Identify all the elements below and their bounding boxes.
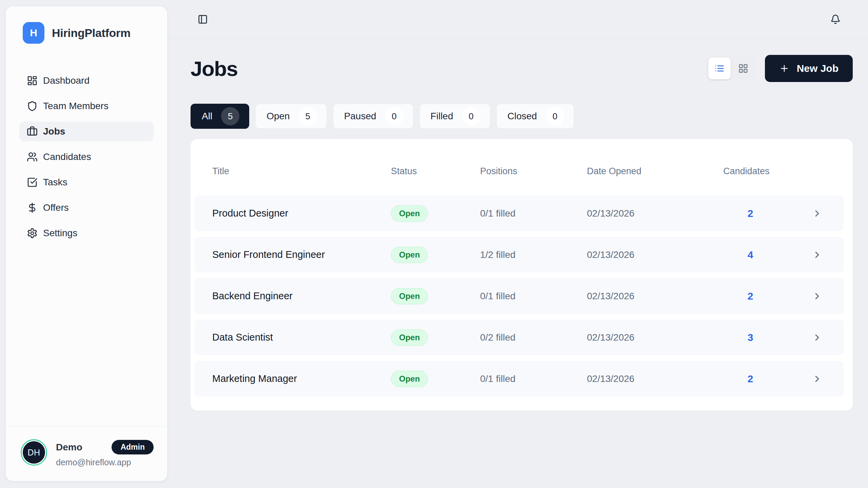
- status-filters: All 5 Open 5 Paused 0 Filled 0 Closed 0: [191, 104, 853, 129]
- column-header-positions: Positions: [480, 166, 587, 177]
- sidebar-item-label: Settings: [43, 228, 77, 239]
- sidebar-item-settings[interactable]: Settings: [19, 223, 154, 243]
- filter-open[interactable]: Open 5: [255, 104, 327, 129]
- plus-icon: [779, 63, 789, 74]
- job-title: Senior Frontend Engineer: [212, 249, 391, 260]
- filter-label: Filled: [431, 111, 453, 122]
- chevron-right-icon: [812, 291, 822, 301]
- filter-label: All: [202, 111, 212, 122]
- sidebar-item-label: Tasks: [43, 177, 67, 188]
- filter-closed[interactable]: Closed 0: [496, 104, 574, 129]
- filter-count-badge: 0: [546, 107, 564, 125]
- new-job-button[interactable]: New Job: [765, 55, 853, 82]
- job-row-senior-frontend-engineer[interactable]: Senior Frontend Engineer Open 1/2 filled…: [195, 237, 844, 272]
- job-title: Data Scientist: [212, 332, 391, 343]
- status-badge: Open: [391, 371, 428, 387]
- filter-filled[interactable]: Filled 0: [419, 104, 490, 129]
- content: Jobs New Job All 5 Open 5: [167, 39, 868, 411]
- job-row-product-designer[interactable]: Product Designer Open 0/1 filled 02/13/2…: [195, 196, 844, 231]
- briefcase-icon: [27, 126, 38, 137]
- jobs-table-card: Title Status Positions Date Opened Candi…: [191, 139, 853, 411]
- filter-count-badge: 5: [299, 107, 317, 125]
- job-date-opened: 02/13/2026: [587, 291, 723, 302]
- bell-icon: [830, 14, 841, 24]
- sidebar-item-label: Jobs: [43, 126, 65, 137]
- layout-grid-icon: [738, 63, 748, 74]
- avatar-initials: DH: [27, 448, 40, 458]
- page-title: Jobs: [191, 57, 238, 81]
- job-row-backend-engineer[interactable]: Backend Engineer Open 0/1 filled 02/13/2…: [195, 278, 844, 314]
- new-job-label: New Job: [797, 63, 839, 74]
- job-candidates-count[interactable]: 2: [723, 290, 777, 302]
- sidebar-item-label: Candidates: [43, 151, 91, 162]
- notifications-button[interactable]: [827, 11, 844, 27]
- settings-gear-icon: [27, 228, 38, 239]
- sidebar-item-label: Team Members: [43, 101, 108, 111]
- column-header-candidates: Candidates: [723, 166, 777, 177]
- job-candidates-count[interactable]: 4: [723, 249, 777, 261]
- sidebar-item-label: Offers: [43, 202, 69, 213]
- sidebar-item-candidates[interactable]: Candidates: [19, 147, 154, 167]
- user-card[interactable]: DH Demo Admin demo@hireflow.app: [6, 426, 167, 481]
- avatar: DH: [21, 439, 47, 466]
- logo-letter: H: [30, 27, 37, 39]
- chevron-right-icon: [812, 250, 822, 260]
- job-title: Marketing Manager: [212, 373, 391, 384]
- app-name: HiringPlatform: [52, 26, 131, 40]
- page-header: Jobs New Job: [191, 54, 853, 83]
- status-badge: Open: [391, 247, 428, 263]
- filter-label: Open: [267, 111, 290, 122]
- filter-label: Closed: [508, 111, 537, 122]
- job-row-data-scientist[interactable]: Data Scientist Open 0/2 filled 02/13/202…: [195, 320, 844, 355]
- sidebar-item-offers[interactable]: Offers: [19, 198, 154, 218]
- sidebar-item-jobs[interactable]: Jobs: [19, 122, 154, 141]
- sidebar-item-tasks[interactable]: Tasks: [19, 172, 154, 192]
- list-icon: [714, 63, 725, 74]
- topbar: [167, 0, 868, 39]
- job-positions: 0/1 filled: [480, 208, 587, 219]
- user-name: Demo: [56, 442, 82, 453]
- filter-all[interactable]: All 5: [191, 104, 249, 129]
- job-row-marketing-manager[interactable]: Marketing Manager Open 0/1 filled 02/13/…: [195, 361, 844, 396]
- column-header-status: Status: [391, 166, 480, 177]
- job-date-opened: 02/13/2026: [587, 332, 723, 343]
- users-icon: [27, 151, 38, 162]
- chevron-right-icon: [812, 332, 822, 343]
- column-header-title: Title: [212, 166, 391, 177]
- grid-view-button[interactable]: [732, 58, 754, 79]
- sidebar-item-team-members[interactable]: Team Members: [19, 96, 154, 116]
- chevron-right-icon: [812, 374, 822, 384]
- status-badge: Open: [391, 205, 428, 222]
- user-email: demo@hireflow.app: [56, 458, 154, 467]
- main-area: Jobs New Job All 5 Open 5: [167, 0, 868, 488]
- job-positions: 0/1 filled: [480, 373, 587, 384]
- user-info: Demo Admin demo@hireflow.app: [56, 439, 154, 467]
- dollar-sign-icon: [27, 202, 38, 213]
- job-positions: 1/2 filled: [480, 249, 587, 260]
- job-positions: 0/1 filled: [480, 291, 587, 302]
- job-date-opened: 02/13/2026: [587, 373, 723, 384]
- layout-dashboard-icon: [27, 75, 38, 86]
- chevron-right-icon: [812, 208, 822, 219]
- filter-count-badge: 0: [462, 107, 480, 125]
- job-candidates-count[interactable]: 2: [723, 208, 777, 219]
- sidebar-nav: Dashboard Team Members Jobs Candidates T…: [6, 71, 167, 243]
- job-candidates-count[interactable]: 2: [723, 373, 777, 385]
- sidebar-item-label: Dashboard: [43, 75, 90, 86]
- header-actions: New Job: [707, 55, 853, 82]
- square-check-icon: [27, 177, 38, 188]
- list-view-button[interactable]: [708, 58, 731, 79]
- sidebar-item-dashboard[interactable]: Dashboard: [19, 71, 154, 90]
- sidebar: H HiringPlatform Dashboard Team Members …: [5, 6, 167, 481]
- job-candidates-count[interactable]: 3: [723, 332, 777, 343]
- job-date-opened: 02/13/2026: [587, 208, 723, 219]
- filter-paused[interactable]: Paused 0: [333, 104, 413, 129]
- app-logo: H HiringPlatform: [6, 6, 167, 44]
- filter-count-badge: 0: [385, 107, 403, 125]
- table-header-row: Title Status Positions Date Opened Candi…: [195, 139, 844, 196]
- job-date-opened: 02/13/2026: [587, 249, 723, 260]
- filter-count-badge: 5: [221, 107, 239, 125]
- sidebar-toggle-button[interactable]: [195, 11, 211, 27]
- job-positions: 0/2 filled: [480, 332, 587, 343]
- job-title: Backend Engineer: [212, 290, 391, 302]
